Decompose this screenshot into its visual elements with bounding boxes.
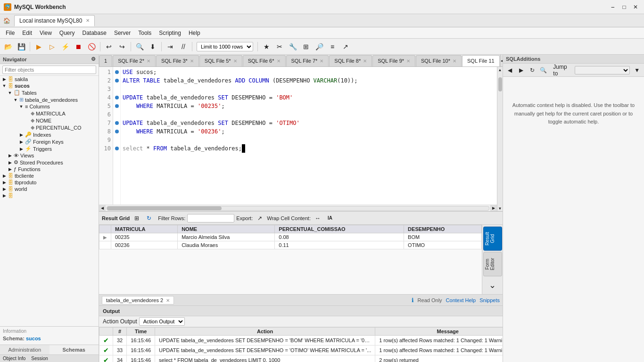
tree-schema-sakila[interactable]: ▶ 🗄 sakila <box>0 76 99 82</box>
vertical-scrollbar[interactable]: ▲ ▼ <box>497 67 503 211</box>
tree-column-percentual[interactable]: ◆ PERCENTUAL_CO <box>0 124 99 131</box>
menu-file[interactable]: File <box>2 29 18 37</box>
sql-content[interactable]: USE sucos; ALTER TABLE tabela_de_vendedo… <box>121 67 497 205</box>
maximize-button[interactable]: □ <box>619 2 629 12</box>
sql-tab-9[interactable]: SQL File 10* ✕ <box>416 55 462 66</box>
menu-help[interactable]: Help <box>185 29 204 37</box>
zoom-button[interactable]: 🔎 <box>313 41 325 53</box>
format-button[interactable]: 🔧 <box>287 41 299 53</box>
limit-select[interactable]: Limit to 1000 rows <box>197 42 253 51</box>
sql-tab-7-close[interactable]: ✕ <box>363 58 367 64</box>
result-grid-tab-label[interactable]: Result Grid <box>102 215 130 221</box>
tree-table-vendedores[interactable]: ▼ ⊞ tabela_de_vendedores <box>0 96 99 103</box>
sql-tab-3[interactable]: SQL File 3* ✕ <box>156 55 199 66</box>
sql-tab-4[interactable]: SQL File 5* ✕ <box>199 55 242 66</box>
snippets-link[interactable]: Snippets <box>479 297 500 303</box>
columns-button[interactable]: ⊞ <box>300 41 312 53</box>
sql-tab-6[interactable]: SQL File 7* ✕ <box>286 55 329 66</box>
vscroll-up[interactable]: ▲ <box>497 67 503 73</box>
snippet-button[interactable]: ✂ <box>273 41 286 53</box>
result-grid-btn[interactable]: Result Grid <box>483 227 502 251</box>
navigator-config-icon[interactable]: ⚙ <box>91 56 96 62</box>
tree-group-tables[interactable]: ▼ 📋 Tables <box>0 89 99 96</box>
col-matricula-header[interactable]: MATRICULA <box>111 225 178 233</box>
wrap-btn[interactable]: ↔ <box>313 213 323 223</box>
tree-schema-sucos[interactable]: ▼ 🗄 sucos <box>0 82 99 89</box>
tree-schema-world[interactable]: ▶ 🗄 <box>0 192 99 199</box>
sql-tab-1[interactable]: 1 <box>99 55 112 66</box>
sqladd-search-btn[interactable]: 🔍 <box>538 65 549 75</box>
output-row-3[interactable]: ✔ 34 16:15:46 select * FROM tabela_de_ve… <box>99 355 503 362</box>
ia-btn[interactable]: IA <box>325 213 335 223</box>
tree-schema-sys[interactable]: ▶ 🗄 world <box>0 186 99 192</box>
undo-button[interactable]: ↩ <box>103 41 115 53</box>
vscroll-thumb[interactable] <box>498 77 502 91</box>
jump-to-select[interactable] <box>575 66 630 74</box>
result-refresh-btn[interactable]: ↻ <box>144 213 154 223</box>
hscroll-track[interactable] <box>107 206 489 211</box>
search-next-button[interactable]: ⬇ <box>147 41 159 53</box>
instance-tab-close[interactable]: ✕ <box>86 18 90 23</box>
session-label[interactable]: Session <box>31 356 48 361</box>
sql-tab-4-close[interactable]: ✕ <box>233 58 237 64</box>
tree-group-procs[interactable]: ▶ ⚙ Stored Procedures <box>0 159 99 166</box>
home-icon[interactable]: 🏠 <box>2 16 11 25</box>
col-desempenho-header[interactable]: DESEMPENHO <box>404 225 482 233</box>
menu-view[interactable]: View <box>36 29 56 37</box>
minimize-button[interactable]: ‒ <box>608 2 618 12</box>
search-button[interactable]: 🔍 <box>133 41 146 53</box>
context-help-link[interactable]: Context Help <box>446 297 476 303</box>
sql-tab-8-close[interactable]: ✕ <box>406 58 410 64</box>
execute-current-button[interactable]: ▷ <box>46 41 58 53</box>
hscroll-thumb[interactable] <box>107 206 222 210</box>
comment-button[interactable]: // <box>177 41 190 53</box>
tree-column-matricula[interactable]: ◆ MATRICULA <box>0 110 99 117</box>
menu-scripting[interactable]: Scripting <box>155 29 185 37</box>
sqladd-refresh-btn[interactable]: ↻ <box>527 65 537 75</box>
instance-tab[interactable]: Local instance MySQL80 ✕ <box>14 15 95 26</box>
filter-rows-input[interactable] <box>187 214 234 222</box>
close-button[interactable]: ✕ <box>631 2 640 12</box>
tree-group-columns[interactable]: ▼ ≡ Columns <box>0 103 99 110</box>
schemas-tab[interactable]: Schemas <box>50 345 99 354</box>
result-tab-main[interactable]: tabela_de_vendedores 2 ✕ <box>102 296 174 304</box>
sql-tab-8[interactable]: SQL File 9* ✕ <box>372 55 415 66</box>
tree-group-indexes[interactable]: ▶ 🔑 Indexes <box>0 131 99 138</box>
tree-group-views[interactable]: ▶ 👁 Views <box>0 152 99 159</box>
hscroll-left[interactable]: ◀ <box>99 205 106 212</box>
horizontal-scrollbar[interactable]: ◀ ▶ <box>99 205 497 211</box>
menu-edit[interactable]: Edit <box>18 29 36 37</box>
sql-tab-3-close[interactable]: ✕ <box>190 58 194 64</box>
result-grid-format-btn[interactable]: ⊞ <box>132 213 142 223</box>
admin-tab[interactable]: Administration <box>0 345 50 354</box>
export-btn[interactable]: ↗ <box>255 213 265 223</box>
output-type-select[interactable]: Action Output <box>139 317 185 326</box>
vscroll-down[interactable]: ▼ <box>497 206 503 211</box>
menu-tools[interactable]: Tools <box>134 29 155 37</box>
save-button[interactable]: 💾 <box>15 41 27 53</box>
export-button[interactable]: ↗ <box>339 41 352 53</box>
redo-button[interactable]: ↪ <box>116 41 128 53</box>
col-nome-header[interactable]: NOME <box>178 225 275 233</box>
sql-editor[interactable]: 12345 678910 <box>99 67 497 205</box>
sqladd-dropdown-btn[interactable]: ▼ <box>632 65 642 75</box>
output-row-2[interactable]: ✔ 33 16:15:46 UPDATE tabela_de_vendedore… <box>99 346 503 355</box>
filter-input[interactable] <box>2 66 96 74</box>
sql-tab-10[interactable]: SQL File 11 <box>462 55 500 66</box>
rows-button[interactable]: ≡ <box>326 41 339 53</box>
rs-down-btn[interactable]: ⌄ <box>487 278 498 292</box>
indent-button[interactable]: ⇥ <box>164 41 176 53</box>
tree-group-fk[interactable]: ▶ 🔗 Foreign Keys <box>0 138 99 145</box>
error-button[interactable]: 🚫 <box>85 41 98 53</box>
explain-button[interactable]: ⚡ <box>59 41 71 53</box>
sql-tab-7[interactable]: SQL File 8* ✕ <box>329 55 372 66</box>
stop-button[interactable]: ⏹ <box>72 41 84 53</box>
sql-tab-5-close[interactable]: ✕ <box>277 58 281 64</box>
obj-info-label[interactable]: Object Info <box>3 356 25 361</box>
sql-tab-5[interactable]: SQL File 6* ✕ <box>243 55 286 66</box>
hscroll-right[interactable]: ▶ <box>490 205 497 212</box>
menu-query[interactable]: Query <box>56 29 79 37</box>
col-percentual-header[interactable]: PERCENTUAL_COMISSAO <box>275 225 404 233</box>
tree-group-triggers[interactable]: ▶ ⚡ Triggers <box>0 145 99 152</box>
tree-schema-tbcliente[interactable]: ▶ 🗄 tbcliente <box>0 173 99 179</box>
